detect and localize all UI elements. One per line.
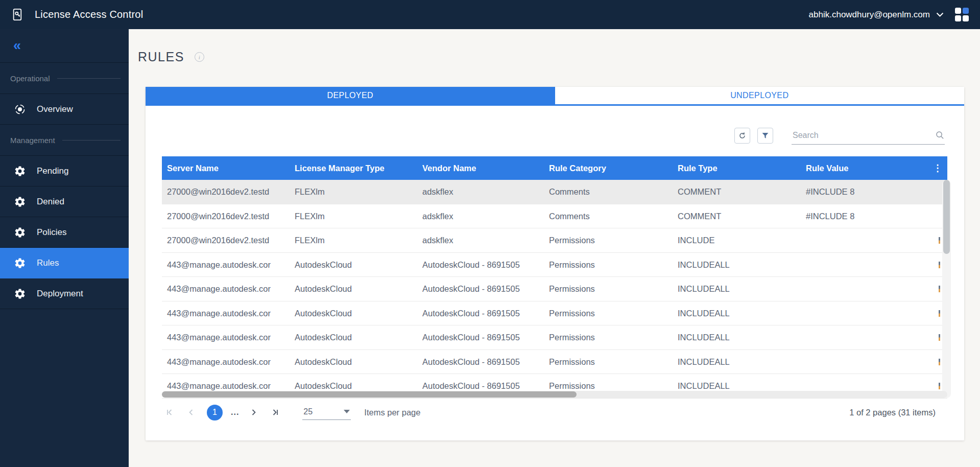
sidebar-item-label: Policies: [37, 227, 67, 238]
cell-rule-value: #INCLUDE 8: [801, 180, 928, 204]
cell-rule-type: INCLUDEALL: [673, 301, 801, 325]
cell-server-name: 27000@win2016dev2.testd: [162, 228, 290, 252]
column-header-rule-value[interactable]: Rule Value: [801, 164, 928, 173]
caret-down-icon: [344, 410, 350, 413]
gear-icon: [13, 256, 26, 269]
table-row[interactable]: 443@manage.autodesk.cor AutodeskCloud Au…: [162, 350, 947, 375]
cell-server-name: 443@manage.autodesk.cor: [162, 301, 290, 325]
page-title: RULES: [138, 50, 184, 64]
tab-deployed[interactable]: DEPLOYED: [146, 87, 555, 104]
cell-vendor-name: adskflex: [417, 204, 544, 228]
tab-strip: DEPLOYED UNDEPLOYED: [146, 87, 964, 106]
table-row[interactable]: 27000@win2016dev2.testd FLEXlm adskflex …: [162, 180, 947, 204]
gear-icon: [13, 287, 26, 300]
cell-vendor-name: adskflex: [417, 180, 544, 204]
column-header-server-name[interactable]: Server Name: [162, 164, 290, 173]
cell-rule-category: Comments: [544, 204, 673, 228]
page-size-select[interactable]: 25: [302, 405, 351, 420]
apps-grid-icon[interactable]: [955, 8, 969, 21]
cell-rule-value: [801, 253, 928, 277]
sidebar-item-rules[interactable]: Rules: [0, 248, 129, 278]
cell-vendor-name: AutodeskCloud - 8691505: [417, 350, 544, 374]
cell-license-manager-type: AutodeskCloud: [290, 253, 417, 277]
sidebar-collapse-button[interactable]: «: [0, 29, 129, 63]
cell-vendor-name: adskflex: [417, 228, 544, 252]
clipped-content-sliver: [939, 262, 940, 268]
document-key-logo-icon: [10, 8, 25, 22]
search-input[interactable]: [792, 128, 945, 145]
column-header-rule-category[interactable]: Rule Category: [544, 164, 673, 173]
overview-target-icon: [13, 103, 26, 115]
horizontal-scrollbar[interactable]: [162, 391, 947, 398]
page-title-row: RULES i: [138, 50, 204, 64]
table-row[interactable]: 443@manage.autodesk.cor AutodeskCloud Au…: [162, 277, 947, 301]
sidebar-item-deployment[interactable]: Deployment: [0, 278, 129, 309]
cell-vendor-name: AutodeskCloud - 8691505: [417, 325, 544, 349]
prev-page-button[interactable]: [184, 406, 198, 419]
cell-rule-type: INCLUDEALL: [673, 277, 801, 301]
column-header-vendor-name[interactable]: Vendor Name: [417, 164, 544, 173]
cell-server-name: 443@manage.autodesk.cor: [162, 350, 290, 374]
vertical-scrollbar[interactable]: [942, 180, 951, 398]
column-header-license-manager-type[interactable]: License Manager Type: [290, 164, 417, 173]
refresh-button[interactable]: [734, 128, 750, 144]
sidebar-item-label: Denied: [37, 197, 64, 207]
items-per-page-label: Items per page: [364, 408, 420, 417]
page-ellipsis[interactable]: ...: [231, 408, 239, 417]
user-menu[interactable]: abhik.chowdhury@openlm.com: [809, 10, 944, 20]
table-row[interactable]: 443@manage.autodesk.cor AutodeskCloud Au…: [162, 301, 947, 326]
table-header-row: Server Name License Manager Type Vendor …: [162, 156, 947, 180]
search-box: [792, 128, 945, 145]
cell-license-manager-type: AutodeskCloud: [290, 277, 417, 301]
gear-icon: [13, 226, 26, 239]
cell-vendor-name: AutodeskCloud - 8691505: [417, 253, 544, 277]
pagination-bar: 1 ... 25 Items per page 1 of 2 pages (31…: [146, 399, 964, 426]
gear-icon: [13, 195, 26, 208]
gear-icon: [13, 165, 26, 177]
cell-license-manager-type: AutodeskCloud: [290, 350, 417, 374]
table-row[interactable]: 443@manage.autodesk.cor AutodeskCloud Au…: [162, 253, 947, 277]
kebab-menu-icon[interactable]: ⋮: [928, 162, 947, 174]
cell-rule-category: Permissions: [544, 350, 673, 374]
app-header: License Access Control abhik.chowdhury@o…: [0, 0, 980, 29]
grid-square-blue: [963, 8, 969, 14]
table-body: 27000@win2016dev2.testd FLEXlm adskflex …: [162, 180, 947, 399]
sidebar-item-policies[interactable]: Policies: [0, 217, 129, 248]
cell-rule-type: INCLUDEALL: [673, 350, 801, 374]
column-header-rule-type[interactable]: Rule Type: [673, 164, 801, 173]
next-page-button[interactable]: [247, 406, 260, 419]
table-row[interactable]: 27000@win2016dev2.testd FLEXlm adskflex …: [162, 204, 947, 229]
cell-rule-value: [801, 301, 928, 325]
cell-rule-category: Permissions: [544, 325, 673, 349]
grid-square: [963, 15, 969, 21]
info-icon[interactable]: i: [195, 52, 204, 62]
last-page-button[interactable]: [269, 406, 282, 419]
cell-vendor-name: AutodeskCloud - 8691505: [417, 277, 544, 301]
table-row[interactable]: 27000@win2016dev2.testd FLEXlm adskflex …: [162, 228, 947, 253]
vertical-scrollbar-thumb[interactable]: [943, 180, 950, 254]
sidebar-item-overview[interactable]: Overview: [0, 94, 129, 125]
sidebar-item-denied[interactable]: Denied: [0, 186, 129, 217]
sidebar: « Operational Overview Management Pendin…: [0, 29, 129, 467]
cell-license-manager-type: AutodeskCloud: [290, 325, 417, 349]
tab-undeployed[interactable]: UNDEPLOYED: [555, 87, 965, 104]
filter-button[interactable]: [757, 128, 773, 144]
sidebar-item-label: Overview: [37, 104, 73, 114]
cell-rule-value: [801, 228, 928, 252]
double-chevron-left-icon: «: [13, 39, 19, 53]
sidebar-item-pending[interactable]: Pending: [0, 156, 129, 186]
table-row[interactable]: 443@manage.autodesk.cor AutodeskCloud Au…: [162, 325, 947, 350]
table-toolbar: [734, 128, 945, 148]
cell-server-name: 443@manage.autodesk.cor: [162, 253, 290, 277]
cell-rule-value: [801, 277, 928, 301]
main-content: RULES i DEPLOYED UNDEPLOYED: [129, 29, 980, 467]
page-number-button[interactable]: 1: [207, 405, 223, 421]
cell-rule-type: INCLUDEALL: [673, 325, 801, 349]
first-page-button[interactable]: [163, 406, 176, 419]
horizontal-scrollbar-thumb[interactable]: [162, 391, 577, 398]
rules-card: DEPLOYED UNDEPLOYED: [146, 87, 964, 440]
section-label: Management: [10, 136, 55, 145]
cell-rule-value: [801, 325, 928, 349]
clipped-content-sliver: [939, 286, 940, 292]
magnifier-icon[interactable]: [935, 130, 945, 140]
